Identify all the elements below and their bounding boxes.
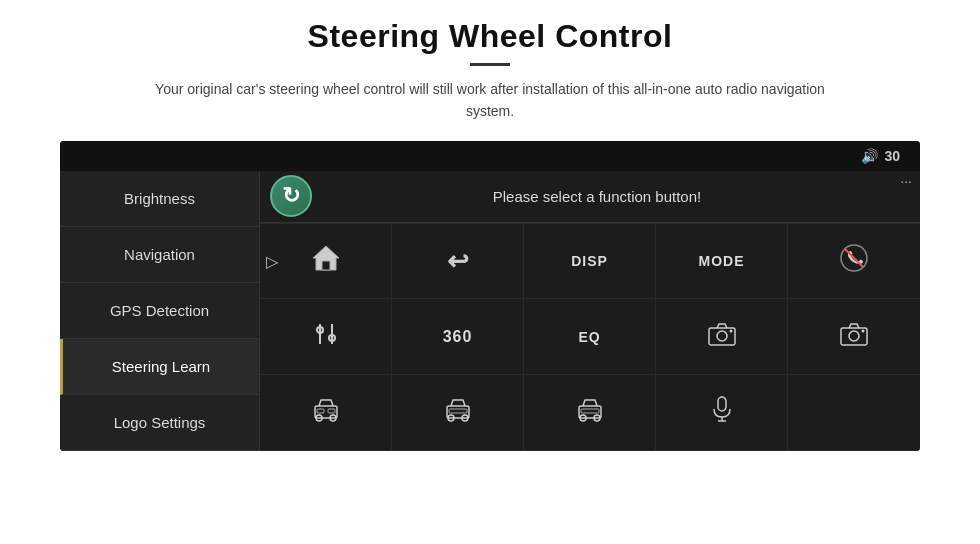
- func-back[interactable]: ↩: [392, 224, 524, 300]
- svg-line-3: [845, 249, 863, 267]
- back-icon: ↩: [447, 246, 469, 277]
- svg-rect-19: [447, 406, 469, 418]
- svg-rect-23: [579, 406, 601, 418]
- screen-main: Brightness Navigation GPS Detection Stee…: [60, 171, 920, 451]
- sidebar-item-steering-learn[interactable]: Steering Learn: [60, 339, 259, 395]
- car-rear-left-icon: [443, 396, 473, 428]
- func-camera1[interactable]: [656, 299, 788, 375]
- func-camera2[interactable]: [788, 299, 920, 375]
- svg-rect-18: [328, 409, 335, 413]
- camera2-icon: [839, 321, 869, 353]
- mode-label: MODE: [699, 253, 745, 269]
- page-subtitle: Your original car's steering wheel contr…: [140, 78, 840, 123]
- page-title: Steering Wheel Control: [308, 18, 673, 55]
- home-icon: [311, 244, 341, 279]
- func-mode[interactable]: MODE: [656, 224, 788, 300]
- svg-rect-1: [322, 261, 330, 270]
- tune-icon: [313, 320, 339, 354]
- svg-rect-22: [449, 409, 467, 413]
- volume-value: 30: [884, 148, 900, 164]
- func-car-front[interactable]: [260, 375, 392, 451]
- func-disp[interactable]: DISP: [524, 224, 656, 300]
- svg-rect-26: [581, 409, 599, 413]
- car-rear-right-icon: [575, 396, 605, 428]
- func-car-rear-right[interactable]: [524, 375, 656, 451]
- func-mute-call[interactable]: [788, 224, 920, 300]
- screen-container: 🔊 30 Brightness Navigation GPS Detection…: [60, 141, 920, 451]
- mute-call-icon: [840, 244, 868, 278]
- title-divider: [470, 63, 510, 66]
- svg-point-13: [862, 329, 865, 332]
- eq-label: EQ: [578, 329, 600, 345]
- header-message: Please select a function button!: [324, 188, 910, 205]
- func-mic[interactable]: [656, 375, 788, 451]
- sidebar-item-navigation[interactable]: Navigation: [60, 227, 259, 283]
- svg-point-10: [729, 329, 732, 332]
- svg-point-12: [849, 331, 859, 341]
- sidebar-item-logo-settings[interactable]: Logo Settings: [60, 395, 259, 451]
- 360-label: 360: [443, 328, 473, 346]
- volume-icon: 🔊: [861, 148, 878, 164]
- func-eq[interactable]: EQ: [524, 299, 656, 375]
- func-tune[interactable]: [260, 299, 392, 375]
- function-grid: ▷ ↩ DISP MODE: [260, 223, 920, 451]
- func-home[interactable]: ▷: [260, 224, 392, 300]
- sidebar-menu: Brightness Navigation GPS Detection Stee…: [60, 171, 260, 451]
- page-container: Steering Wheel Control Your original car…: [0, 0, 980, 544]
- disp-label: DISP: [571, 253, 608, 269]
- cursor-arrow: ▷: [266, 252, 278, 271]
- car-front-icon: [311, 396, 341, 428]
- screen-topbar: 🔊 30: [60, 141, 920, 171]
- svg-rect-17: [317, 409, 324, 413]
- screen-right: ↻ Please select a function button! ···: [260, 171, 920, 451]
- func-car-rear-left[interactable]: [392, 375, 524, 451]
- svg-rect-14: [315, 406, 337, 418]
- func-empty: [788, 375, 920, 451]
- svg-point-9: [717, 331, 727, 341]
- right-header: ↻ Please select a function button! ···: [260, 171, 920, 223]
- func-360[interactable]: 360: [392, 299, 524, 375]
- camera1-icon: [707, 321, 737, 353]
- sidebar-item-gps-detection[interactable]: GPS Detection: [60, 283, 259, 339]
- top-right-area: ···: [900, 173, 912, 189]
- svg-rect-27: [718, 397, 726, 411]
- refresh-button[interactable]: ↻: [270, 175, 312, 217]
- mic-icon: [710, 395, 734, 429]
- sidebar-item-brightness[interactable]: Brightness: [60, 171, 259, 227]
